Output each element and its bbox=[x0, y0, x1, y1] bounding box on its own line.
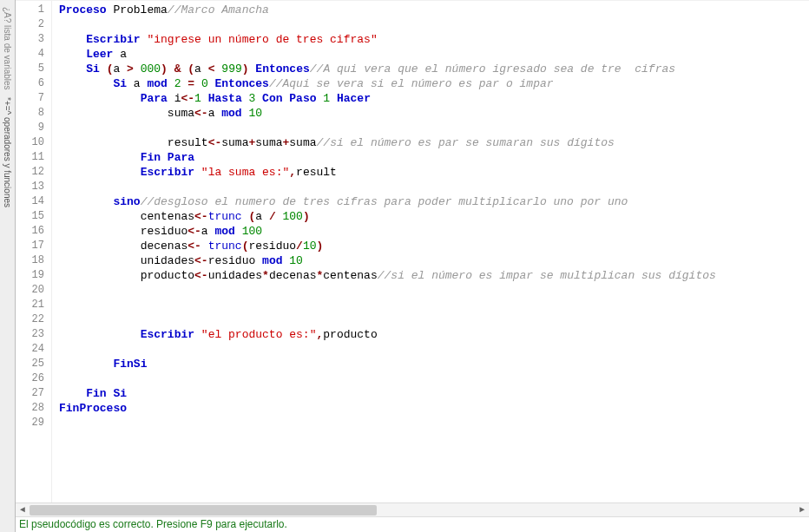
code-line[interactable]: Escribir "ingrese un número de tres cifr… bbox=[59, 32, 809, 47]
tab-operators[interactable]: *+=^ operadores y funciones bbox=[3, 94, 12, 211]
code-line[interactable]: FinSi bbox=[59, 357, 809, 371]
code-line[interactable]: Para i<-1 Hasta 3 Con Paso 1 Hacer bbox=[59, 91, 809, 106]
scroll-thumb[interactable] bbox=[30, 505, 377, 516]
token-op: ( bbox=[187, 62, 194, 76]
token-op: <- bbox=[187, 240, 207, 253]
token-op: > bbox=[127, 62, 134, 76]
scroll-right-arrow[interactable]: ► bbox=[795, 503, 809, 517]
line-number: 25 bbox=[16, 357, 44, 371]
token-op: / bbox=[296, 240, 303, 253]
code-line[interactable]: sino//desgloso el numero de tres cifras … bbox=[59, 194, 809, 209]
token-kw: Escribir bbox=[141, 328, 201, 341]
token-ident: a bbox=[208, 107, 222, 120]
token-num: 10 bbox=[303, 240, 317, 253]
token-ident: result bbox=[168, 136, 208, 149]
line-number: 28 bbox=[16, 401, 44, 416]
token-ident: a bbox=[201, 225, 215, 238]
token-kw: Escribir bbox=[86, 33, 147, 46]
token-op: = bbox=[181, 77, 201, 90]
line-number: 29 bbox=[16, 416, 44, 430]
token-num: 10 bbox=[248, 107, 262, 120]
code-line[interactable]: Fin Si bbox=[59, 386, 809, 401]
line-number-gutter: 1234567891011121314151617181920212223242… bbox=[16, 1, 52, 502]
token-kw: Proceso bbox=[59, 3, 107, 16]
token-kw: Si bbox=[86, 62, 106, 76]
token-com: //Marco Amancha bbox=[168, 3, 269, 16]
token-num: 0 bbox=[201, 77, 208, 90]
tab-variables[interactable]: ¿A? lista de variables bbox=[3, 3, 12, 94]
code-line[interactable] bbox=[59, 180, 809, 194]
scroll-left-arrow[interactable]: ◄ bbox=[16, 503, 30, 517]
code-line[interactable]: producto<-unidades*decenas*centenas//si … bbox=[59, 268, 809, 283]
token-ident: suma bbox=[255, 136, 282, 149]
token-com: //A qui vera que el número igresado sea … bbox=[310, 62, 675, 76]
code-line[interactable] bbox=[59, 312, 809, 327]
code-line[interactable] bbox=[59, 17, 809, 32]
code-line[interactable]: Si (a > 000) & (a < 999) Entonces//A qui… bbox=[59, 62, 809, 76]
token-com: //Aqui se vera si el número es par o imp… bbox=[269, 77, 554, 90]
status-message: El pseudocódigo es correcto. Presione F9… bbox=[19, 518, 287, 530]
token-op: & bbox=[168, 62, 187, 76]
token-func: trunc bbox=[208, 210, 242, 223]
code-line[interactable]: decenas<- trunc(residuo/10) bbox=[59, 239, 809, 253]
token-ident: result bbox=[296, 166, 337, 179]
token-com: //desgloso el numero de tres cifras para… bbox=[141, 195, 628, 208]
token-op: <- bbox=[181, 92, 194, 105]
code-line[interactable]: Fin Para bbox=[59, 150, 809, 165]
token-op: <- bbox=[194, 254, 208, 267]
code-content[interactable]: Proceso Problema//Marco Amancha Escribir… bbox=[52, 1, 809, 502]
code-line[interactable] bbox=[59, 283, 809, 298]
horizontal-scrollbar[interactable]: ◄ ► bbox=[16, 502, 809, 516]
line-number: 24 bbox=[16, 342, 44, 357]
token-ident: centenas bbox=[323, 269, 377, 282]
line-number: 17 bbox=[16, 239, 44, 253]
code-line[interactable]: FinProceso bbox=[59, 401, 809, 416]
token-str: "la suma es:" bbox=[201, 166, 289, 179]
token-func: trunc bbox=[208, 240, 242, 253]
code-line[interactable]: Si a mod 2 = 0 Entonces//Aqui se vera si… bbox=[59, 76, 809, 91]
token-kw: FinProceso bbox=[59, 402, 127, 415]
token-kw: mod bbox=[262, 254, 289, 267]
line-number: 5 bbox=[16, 62, 44, 76]
code-line[interactable]: centenas<-trunc (a / 100) bbox=[59, 209, 809, 224]
token-kw: Entonces bbox=[249, 62, 310, 76]
token-str: "el producto es:" bbox=[201, 328, 317, 341]
code-line[interactable]: Escribir "el producto es:",producto bbox=[59, 327, 809, 342]
code-line[interactable]: result<-suma+suma+suma//si el número es … bbox=[59, 135, 809, 150]
code-line[interactable]: unidades<-residuo mod 10 bbox=[59, 253, 809, 268]
code-line[interactable]: Proceso Problema//Marco Amancha bbox=[59, 3, 809, 17]
code-line[interactable]: Escribir "la suma es:",result bbox=[59, 165, 809, 180]
line-number: 18 bbox=[16, 253, 44, 268]
token-kw: Hasta bbox=[201, 92, 249, 105]
token-kw: Para bbox=[141, 92, 168, 105]
token-op: ) bbox=[242, 62, 249, 76]
side-panel-tabs: ¿A? lista de variables *+=^ operadores y… bbox=[0, 0, 16, 532]
code-editor[interactable]: 1234567891011121314151617181920212223242… bbox=[16, 0, 809, 502]
code-line[interactable] bbox=[59, 121, 809, 135]
code-line[interactable] bbox=[59, 416, 809, 430]
token-num: 1 bbox=[323, 92, 330, 105]
token-kw: FinSi bbox=[113, 358, 147, 371]
line-number: 21 bbox=[16, 298, 44, 312]
token-kw: Con Paso bbox=[255, 92, 323, 105]
token-ident: unidades bbox=[141, 254, 194, 267]
line-number: 23 bbox=[16, 327, 44, 342]
code-line[interactable] bbox=[59, 342, 809, 357]
line-number: 15 bbox=[16, 209, 44, 224]
code-line[interactable] bbox=[59, 371, 809, 386]
token-kw: mod bbox=[221, 107, 248, 120]
token-op: / bbox=[269, 210, 276, 223]
code-line[interactable]: Leer a bbox=[59, 47, 809, 62]
token-ident: residuo bbox=[208, 254, 262, 267]
code-line[interactable]: suma<-a mod 10 bbox=[59, 106, 809, 121]
code-line[interactable] bbox=[59, 298, 809, 312]
line-number: 3 bbox=[16, 32, 44, 47]
token-num: 000 bbox=[134, 62, 161, 76]
token-op: <- bbox=[208, 136, 222, 149]
code-line[interactable]: residuo<-a mod 100 bbox=[59, 224, 809, 239]
token-kw: sino bbox=[113, 195, 140, 208]
line-number: 22 bbox=[16, 312, 44, 327]
token-op: <- bbox=[194, 269, 208, 282]
tab-variables-icon: ¿A? bbox=[3, 7, 12, 23]
line-number: 10 bbox=[16, 135, 44, 150]
